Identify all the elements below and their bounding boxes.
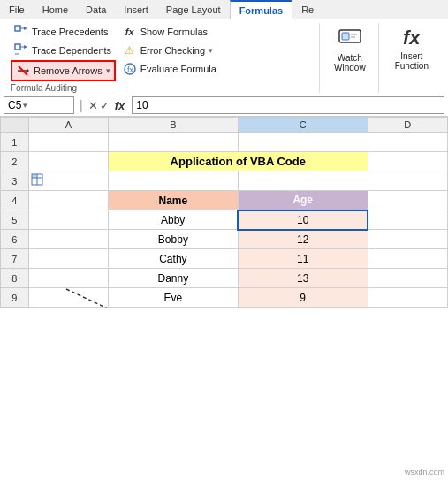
fx-label: fx [111, 99, 129, 112]
name-box[interactable]: C5 ▾ [4, 96, 74, 114]
cell-value: Cathy [159, 253, 186, 265]
trace-dependents-label: Trace Dependents [32, 45, 111, 56]
cell-a8[interactable] [28, 269, 108, 288]
insert-function-group: fx Insert Function [381, 23, 443, 93]
cell-b6[interactable]: Bobby [108, 230, 238, 249]
cell-value: 10 [297, 214, 308, 226]
cell-d2[interactable] [368, 152, 447, 171]
cell-c9[interactable]: 9 [238, 288, 368, 308]
trace-precedents-button[interactable]: Trace Precedents [11, 23, 116, 41]
col-header-d[interactable]: D [368, 118, 447, 133]
cell-a6[interactable] [28, 230, 108, 249]
cell-value: 13 [297, 272, 308, 285]
cell-a1[interactable] [28, 133, 108, 152]
cell-b5[interactable]: Abby [108, 210, 238, 230]
error-checking-dropdown[interactable]: ▾ [209, 46, 213, 55]
cell-b1[interactable] [108, 133, 238, 152]
cell-value: Bobby [158, 233, 188, 246]
cell-c5[interactable]: 10 [238, 210, 368, 230]
row-header: 8 [1, 269, 29, 288]
cancel-icon[interactable]: ✕ [88, 99, 98, 112]
cell-b2[interactable]: Application of VBA Code [108, 152, 368, 171]
col-header-a[interactable]: A [28, 118, 108, 133]
trace-precedents-icon [14, 25, 28, 39]
formula-input[interactable] [132, 96, 444, 114]
cell-value: Danny [158, 272, 189, 285]
col-header-b[interactable]: B [108, 118, 238, 133]
tab-page-layout[interactable]: Page Layout [157, 0, 230, 19]
cell-d1[interactable] [368, 133, 447, 152]
cell-a7[interactable] [28, 249, 108, 269]
cell-a9[interactable] [28, 288, 108, 308]
cell-d5[interactable] [368, 210, 447, 230]
cell-c1[interactable] [238, 133, 368, 152]
cell-d6[interactable] [368, 230, 447, 249]
cell-c8[interactable]: 13 [238, 269, 368, 288]
evaluate-formula-label: Evaluate Formula [140, 64, 216, 74]
cell-b9[interactable]: Eve [108, 288, 238, 308]
tab-file[interactable]: File [0, 0, 34, 19]
watch-window-button[interactable]: Watch Window [329, 23, 371, 76]
trace-dependents-button[interactable]: Trace Dependents [11, 42, 116, 59]
evaluate-formula-icon: fx [123, 62, 137, 76]
cell-d8[interactable] [368, 269, 447, 288]
cell-d9[interactable] [368, 288, 447, 308]
cell-a4[interactable] [28, 191, 108, 210]
svg-marker-8 [27, 68, 29, 73]
row-header: 9 [1, 288, 29, 308]
cell-c7[interactable]: 11 [238, 249, 368, 269]
trace-dependents-icon [14, 43, 28, 57]
row-header: 2 [1, 152, 29, 171]
cell-b4[interactable]: Name [108, 191, 238, 210]
tab-home[interactable]: Home [34, 0, 77, 19]
age-header: Age [292, 194, 313, 206]
row-header: 3 [1, 171, 29, 191]
remove-arrows-dropdown[interactable]: ▾ [106, 66, 110, 75]
svg-marker-5 [24, 45, 27, 49]
cell-d4[interactable] [368, 191, 447, 210]
cell-d7[interactable] [368, 249, 447, 269]
cell-c4[interactable]: Age [238, 191, 368, 210]
name-header: Name [159, 194, 188, 207]
cell-c3[interactable] [238, 171, 368, 191]
cell-c6[interactable]: 12 [238, 230, 368, 249]
show-formulas-button[interactable]: fx Show Formulas [119, 23, 220, 41]
error-checking-button[interactable]: ⚠ Error Checking ▾ [119, 42, 220, 59]
cell-b8[interactable]: Danny [108, 269, 238, 288]
cell-value: Abby [161, 214, 185, 226]
table-icon [31, 173, 43, 187]
cell-a5[interactable] [28, 210, 108, 230]
tab-formulas[interactable]: Formulas [230, 0, 293, 19]
cell-a3[interactable] [28, 171, 108, 191]
tab-data[interactable]: Data [77, 0, 115, 19]
tab-insert[interactable]: Insert [115, 0, 157, 19]
confirm-icon[interactable]: ✓ [100, 99, 110, 112]
cell-value: Eve [164, 292, 183, 304]
table-row: 3 [1, 171, 448, 191]
insert-function-label: Insert Function [395, 51, 429, 71]
formula-bar: C5 ▾ | ✕ ✓ fx [0, 95, 448, 117]
evaluate-formula-button[interactable]: fx Evaluate Formula [119, 60, 220, 78]
watch-window-group: Watch Window [322, 23, 379, 93]
cell-a2[interactable] [28, 152, 108, 171]
cell-value: 9 [300, 292, 306, 304]
svg-rect-13 [342, 33, 349, 40]
table-row: 4 Name Age [1, 191, 448, 210]
cell-b7[interactable]: Cathy [108, 249, 238, 269]
remove-arrows-icon [16, 64, 30, 78]
formula-auditing-group: Trace Precedents Trace Dependents [5, 23, 320, 93]
spreadsheet-wrapper: A B C D 1 2 Application of VBA Code [0, 117, 448, 308]
formula-bar-divider: | [78, 98, 85, 112]
col-header-c[interactable]: C [238, 118, 368, 133]
remove-arrows-button[interactable]: Remove Arrows ▾ [11, 60, 116, 81]
row-header: 6 [1, 230, 29, 249]
spreadsheet: A B C D 1 2 Application of VBA Code [0, 117, 448, 308]
cell-b3[interactable] [108, 171, 238, 191]
ribbon: File Home Data Insert Page Layout Formul… [0, 0, 448, 95]
svg-rect-0 [15, 26, 20, 31]
insert-function-button[interactable]: fx Insert Function [388, 23, 436, 74]
formula-bar-controls: ✕ ✓ fx [85, 99, 133, 112]
tab-re[interactable]: Re [292, 0, 323, 19]
remove-arrows-label: Remove Arrows [34, 65, 103, 76]
cell-d3[interactable] [368, 171, 447, 191]
